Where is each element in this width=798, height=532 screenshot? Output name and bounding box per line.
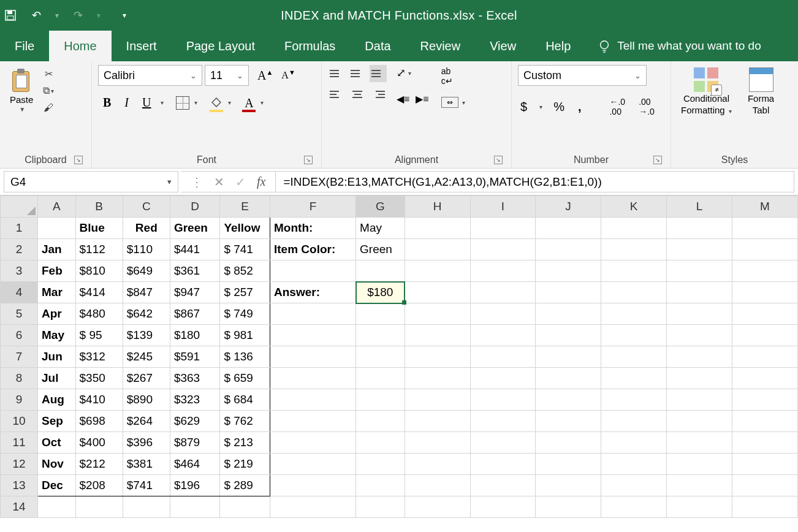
cell[interactable] (220, 496, 270, 518)
cell[interactable] (270, 411, 356, 432)
worksheet-grid[interactable]: A B C D E F G H I J K L M 1 Blue Red Gre… (0, 196, 798, 518)
tab-home[interactable]: Home (49, 31, 111, 61)
cell[interactable]: $879 (170, 432, 219, 454)
cell[interactable]: Nov (37, 454, 75, 475)
cell[interactable]: Item Color: (270, 239, 356, 260)
enter-icon[interactable]: ✓ (235, 175, 246, 189)
row-header[interactable]: 6 (1, 325, 38, 346)
chevron-down-icon[interactable]: ▾ (161, 99, 164, 106)
row-header[interactable]: 13 (1, 475, 38, 496)
cell[interactable]: $396 (123, 432, 170, 454)
tab-formulas[interactable]: Formulas (270, 31, 350, 61)
borders-icon[interactable] (176, 96, 189, 110)
cell[interactable] (270, 496, 356, 518)
tab-help[interactable]: Help (531, 31, 585, 61)
cell[interactable]: $323 (170, 389, 219, 411)
cell[interactable]: $196 (170, 475, 219, 496)
cell[interactable]: $591 (170, 346, 219, 368)
chevron-down-icon[interactable]: ▾ (260, 99, 264, 106)
tab-review[interactable]: Review (406, 31, 476, 61)
cell[interactable]: $414 (75, 282, 123, 303)
cell[interactable] (601, 218, 667, 239)
cell[interactable] (405, 454, 470, 475)
cell[interactable] (405, 432, 470, 454)
cell[interactable]: $ 741 (220, 239, 270, 260)
dialog-launcher-icon[interactable]: ↘ (494, 156, 503, 164)
cell[interactable]: $642 (123, 303, 170, 325)
cell[interactable] (270, 475, 356, 496)
row-header[interactable]: 4 (1, 282, 38, 303)
cell[interactable] (356, 325, 405, 346)
cell[interactable]: Answer: (270, 282, 356, 303)
cell[interactable] (536, 454, 601, 475)
cell[interactable] (405, 389, 470, 411)
cell[interactable] (732, 411, 797, 432)
cell[interactable]: $212 (75, 454, 123, 475)
cell[interactable] (666, 432, 732, 454)
cell[interactable] (470, 260, 536, 282)
undo-dropdown-icon[interactable]: ▼ (47, 3, 67, 28)
cell[interactable]: $ 762 (220, 411, 270, 432)
cell[interactable] (470, 303, 536, 325)
cell[interactable] (470, 346, 536, 368)
cell[interactable] (666, 218, 732, 239)
cell[interactable] (405, 260, 470, 282)
cell[interactable]: $ 136 (220, 346, 270, 368)
wrap-text-icon[interactable]: abc↵ (441, 66, 465, 86)
cell[interactable]: Mar (37, 282, 75, 303)
cell[interactable] (601, 411, 667, 432)
cell[interactable] (356, 454, 405, 475)
cell[interactable]: $867 (170, 303, 219, 325)
cell[interactable] (732, 303, 797, 325)
save-icon[interactable] (0, 3, 21, 28)
cell[interactable] (666, 368, 732, 389)
paste-button[interactable]: Paste ▼ (6, 65, 37, 115)
tab-data[interactable]: Data (350, 31, 405, 61)
cell[interactable]: Blue (75, 218, 123, 239)
cell[interactable]: $464 (170, 454, 219, 475)
cell[interactable]: $400 (75, 432, 123, 454)
cell[interactable] (666, 239, 732, 260)
cell[interactable] (536, 346, 601, 368)
cell[interactable] (470, 325, 536, 346)
cell[interactable]: $245 (123, 346, 170, 368)
cell[interactable] (601, 239, 667, 260)
tab-page-layout[interactable]: Page Layout (172, 31, 270, 61)
col-header[interactable]: G (356, 196, 405, 218)
row-header[interactable]: 9 (1, 389, 38, 411)
row-header[interactable]: 7 (1, 346, 38, 368)
cell[interactable] (356, 432, 405, 454)
cell[interactable]: $ 219 (220, 454, 270, 475)
cell[interactable] (405, 475, 470, 496)
decrease-font-icon[interactable]: A▼ (279, 67, 297, 84)
cell[interactable] (666, 475, 732, 496)
cell[interactable] (732, 496, 797, 518)
cell[interactable]: $698 (75, 411, 123, 432)
cell[interactable]: $180 (170, 325, 219, 346)
cell[interactable] (536, 475, 601, 496)
cell[interactable] (356, 346, 405, 368)
cell[interactable] (666, 282, 732, 303)
font-name-combo[interactable]: Calibri⌄ (98, 65, 202, 86)
cell[interactable]: $363 (170, 368, 219, 389)
cell[interactable] (405, 303, 470, 325)
cell[interactable] (270, 368, 356, 389)
row-header[interactable]: 12 (1, 454, 38, 475)
cell[interactable]: $ 289 (220, 475, 270, 496)
decrease-indent-icon[interactable]: ◀≡ (397, 93, 409, 105)
cell[interactable] (470, 218, 536, 239)
cell[interactable]: $649 (123, 260, 170, 282)
row-header[interactable]: 5 (1, 303, 38, 325)
align-top-icon[interactable] (328, 65, 345, 82)
cell[interactable]: $441 (170, 239, 219, 260)
cell[interactable]: Aug (37, 389, 75, 411)
conditional-formatting-button[interactable]: Conditional Formatting ▾ (677, 65, 735, 118)
cell[interactable]: Green (170, 218, 219, 239)
fill-color-icon[interactable] (210, 96, 223, 110)
col-header[interactable]: F (270, 196, 356, 218)
cell[interactable]: Oct (37, 432, 75, 454)
cell[interactable]: $ 684 (220, 389, 270, 411)
cell[interactable] (601, 303, 667, 325)
cell[interactable] (405, 282, 470, 303)
cell[interactable]: $ 95 (75, 325, 123, 346)
